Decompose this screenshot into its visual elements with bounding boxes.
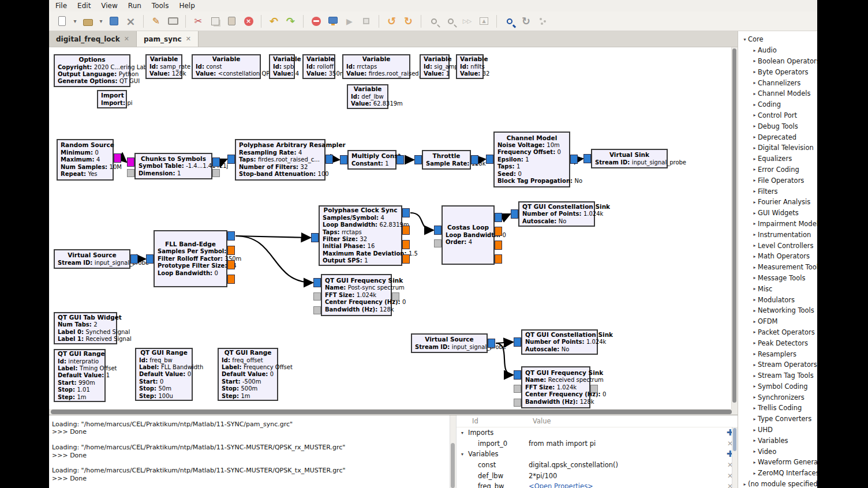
blue-port-right[interactable]	[130, 254, 138, 264]
sidebar-item-file-operators[interactable]: ▸File Operators	[738, 175, 817, 186]
chevron-right-icon[interactable]: ▸	[751, 384, 758, 389]
chevron-right-icon[interactable]: ▸	[751, 406, 758, 411]
sidebar-item-gui-widgets[interactable]: ▸GUI Widgets	[738, 208, 817, 219]
gray-port-left[interactable]	[313, 306, 321, 314]
open-properties-link[interactable]: <Open Properties>	[529, 482, 723, 488]
delete-icon[interactable]: ×	[241, 14, 256, 28]
block-throttle[interactable]: ThrottleSample Rate: 128k	[422, 150, 471, 170]
orange-port-right[interactable]	[227, 275, 235, 284]
connection-wire[interactable]	[503, 214, 510, 217]
chevron-right-icon[interactable]: ▸	[751, 373, 758, 378]
new-file-dropdown-icon[interactable]: ▾	[72, 14, 78, 28]
chevron-right-icon[interactable]: ▸	[742, 482, 748, 487]
gray-port-left[interactable]	[514, 385, 521, 393]
blue-port-right[interactable]	[495, 213, 502, 222]
connection-wire[interactable]	[578, 159, 583, 159]
block-var_rolloff[interactable]: VariableId: rolloffValue: 350m	[302, 54, 335, 79]
chevron-right-icon[interactable]: ▸	[751, 329, 758, 335]
sidebar-item-level-controllers[interactable]: ▸Level Controllers	[738, 240, 817, 251]
canvas-vertical-scrollbar[interactable]	[731, 47, 738, 409]
block-var_rrctaps[interactable]: VariableId: rrctapsValue: firdes.root_ra…	[342, 54, 410, 79]
sidebar-item-measurement-tools[interactable]: ▸Measurement Tools	[738, 262, 817, 273]
scrollbar-thumb[interactable]	[51, 410, 732, 414]
sidebar-item-synchronizers[interactable]: ▸Synchronizers	[738, 392, 817, 403]
blue-port-right[interactable]	[570, 155, 578, 164]
variable-row-def_lbw[interactable]: def_lbw2*pi/100✕	[457, 470, 738, 481]
chevron-right-icon[interactable]: ▸	[751, 91, 758, 96]
chevron-right-icon[interactable]: ▸	[751, 112, 758, 118]
rotate-ccw-icon[interactable]: ↺	[384, 14, 399, 28]
connection-wire[interactable]	[496, 342, 513, 343]
block-range_freq_bw[interactable]: QT GUI RangeId: freq_bwLabel: FLL Bandwi…	[135, 348, 193, 401]
blue-port-left[interactable]	[434, 226, 442, 235]
blue-port-right[interactable]	[488, 339, 495, 348]
sidebar-item-stream-tag-tools[interactable]: ▸Stream Tag Tools	[738, 370, 817, 381]
blue-port-left[interactable]	[514, 370, 521, 380]
blue-port-left[interactable]	[146, 254, 154, 264]
canvas-horizontal-scrollbar[interactable]	[49, 409, 738, 415]
sidebar-item-impairment-models[interactable]: ▸Impairment Models	[738, 219, 817, 230]
variable-row-Imports[interactable]: ▾Imports✚	[457, 427, 738, 438]
sidebar-item-digital-television[interactable]: ▸Digital Television	[738, 142, 817, 153]
rotate-cw-icon[interactable]: ↻	[401, 14, 416, 28]
block-freq_sink_received[interactable]: QT GUI Frequency SinkName: Received spec…	[521, 366, 590, 408]
orange-port-right[interactable]	[227, 260, 235, 269]
variable-row-freq_bw[interactable]: freq_bw<Open Properties>✕	[457, 481, 738, 488]
chevron-right-icon[interactable]: ▸	[751, 254, 758, 259]
generate-flowgraph-icon[interactable]	[326, 14, 340, 28]
sidebar-item-resamplers[interactable]: ▸Resamplers	[738, 348, 817, 359]
sidebar-item-symbol-coding[interactable]: ▸Symbol Coding	[738, 381, 817, 392]
sidebar-item-math-operators[interactable]: ▸Math Operators	[738, 251, 817, 262]
menu-run[interactable]: Run	[123, 1, 147, 11]
magenta-port-left[interactable]	[127, 157, 134, 167]
menu-help[interactable]: Help	[174, 1, 200, 11]
flowgraph-canvas[interactable]: OptionsCopyright: 2020 C...ering LabOutp…	[49, 47, 731, 409]
sidebar-item-control-port[interactable]: ▸Control Port	[738, 110, 817, 121]
block-chunks_to_symbols[interactable]: Chunks to SymbolsSymbol Table: -1.4...1.…	[134, 153, 212, 179]
screen-capture-icon[interactable]	[166, 14, 180, 28]
chevron-right-icon[interactable]: ▸	[751, 48, 758, 53]
chevron-right-icon[interactable]: ▸	[751, 243, 758, 248]
tab-pam_sync[interactable]: pam_sync✕	[137, 31, 199, 47]
chevron-right-icon[interactable]: ▸	[751, 221, 758, 226]
disable-blocks-icon[interactable]	[443, 14, 458, 28]
sidebar-item-fourier-analysis[interactable]: ▸Fourier Analysis	[738, 197, 817, 208]
block-virtual_source_2[interactable]: Virtual SourceStream ID: input_signal_pr…	[411, 333, 488, 353]
chevron-right-icon[interactable]: ▸	[751, 102, 758, 107]
scrollbar-thumb[interactable]	[732, 48, 736, 403]
blue-port-left[interactable]	[583, 154, 591, 163]
block-multiply_const[interactable]: Multiply ConstConstant: 1	[347, 150, 396, 170]
chevron-right-icon[interactable]: ▸	[751, 265, 758, 270]
enable-blocks-icon[interactable]	[426, 14, 441, 28]
connection-wire[interactable]	[122, 158, 126, 162]
gray-port-left[interactable]	[313, 292, 321, 301]
reload-blocks-icon[interactable]: ↻	[519, 14, 533, 28]
bypass-blocks-icon[interactable]: ▷▷	[460, 14, 474, 28]
sidebar-item-video[interactable]: ▸Video	[738, 446, 817, 457]
tab-close-icon[interactable]: ✕	[124, 36, 129, 42]
chevron-right-icon[interactable]: ▸	[751, 123, 758, 129]
chevron-right-icon[interactable]: ▸	[751, 449, 758, 454]
chevron-down-icon[interactable]: ▾	[742, 37, 748, 42]
block-range_freq_offset[interactable]: QT GUI RangeId: freq_offsetLabel: Freque…	[218, 348, 278, 401]
chevron-right-icon[interactable]: ▸	[751, 156, 758, 162]
block-var_spb[interactable]: VariableId: spbValue: 4	[269, 54, 295, 79]
sidebar-item-modulators[interactable]: ▸Modulators	[738, 294, 817, 305]
block-polyphase_resampler[interactable]: Polyphase Arbitrary ResamplerResampling …	[235, 139, 326, 181]
block-const_sink_2[interactable]: QT GUI Constellation SinkNumber of Point…	[521, 329, 598, 355]
chevron-right-icon[interactable]: ▸	[751, 178, 758, 183]
block-const_sink_1[interactable]: QT GUI Constellation SinkNumber of Point…	[518, 201, 595, 227]
chevron-right-icon[interactable]: ▸	[751, 69, 758, 74]
sidebar-item-uhd[interactable]: ▸UHD	[738, 425, 817, 436]
sidebar-item-filters[interactable]: ▸Filters	[738, 186, 817, 197]
block-var_samp_rate[interactable]: VariableId: samp_rateValue: 128k	[145, 54, 182, 79]
sidebar-item-coding[interactable]: ▸Coding	[738, 99, 817, 110]
open-file-dropdown-icon[interactable]: ▾	[98, 14, 104, 28]
sidebar-item-type-converters[interactable]: ▸Type Converters	[738, 414, 817, 425]
chevron-right-icon[interactable]: ▸	[751, 460, 758, 465]
sidebar-item-ofdm[interactable]: ▸OFDM	[738, 316, 817, 327]
chevron-right-icon[interactable]: ▸	[751, 145, 758, 151]
scrollbar-thumb[interactable]	[451, 443, 455, 488]
scrollbar-thumb[interactable]	[733, 428, 736, 451]
orange-port-right[interactable]	[402, 240, 410, 249]
